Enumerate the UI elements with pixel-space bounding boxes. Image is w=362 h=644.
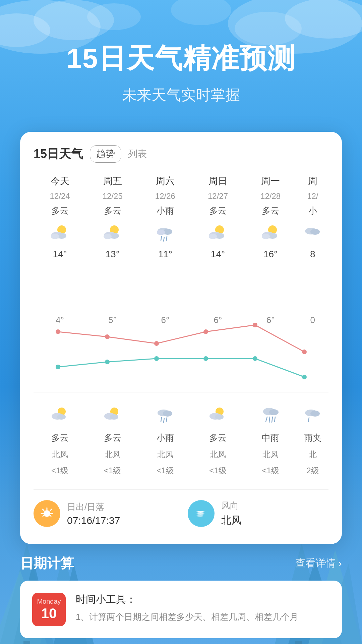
- tool-desc: 1、计算两个日期之间相差多少天、相差几周、相差几个月: [76, 610, 298, 624]
- hero-subtitle: 未来天气实时掌握: [66, 85, 295, 105]
- svg-point-43: [56, 329, 60, 334]
- hero-section: 15日天气精准预测 未来天气实时掌握: [46, 0, 315, 125]
- svg-point-70: [269, 409, 279, 415]
- date-calc-link[interactable]: 查看详情 ›: [295, 556, 342, 570]
- tab-list[interactable]: 列表: [128, 148, 147, 160]
- separator: [34, 392, 328, 392]
- svg-line-63: [161, 418, 162, 422]
- weather-icon-5: [301, 221, 325, 245]
- wind-value: 北风: [221, 514, 241, 527]
- svg-line-74: [275, 417, 275, 422]
- day-col-1: 周五 12/25 多云 13°: [86, 175, 139, 260]
- wind-info: 风向 北风: [188, 500, 328, 527]
- day-col-0: 今天 12/24 多云 14°: [34, 175, 86, 260]
- date-calc-card: Monday 10 时间小工具： 1、计算两个日期之间相差多少天、相差几周、相差…: [20, 581, 342, 638]
- card-title: 15日天气: [34, 146, 83, 162]
- weather-icon-1: [101, 221, 125, 245]
- sunrise-label: 日出/日落: [67, 501, 120, 513]
- svg-point-26: [104, 234, 112, 239]
- svg-point-54: [302, 375, 307, 379]
- svg-line-30: [161, 236, 162, 240]
- svg-point-50: [105, 360, 110, 364]
- svg-point-53: [253, 356, 257, 361]
- night-col-5: 雨夹 北 2级: [297, 402, 328, 476]
- night-col-2: 小雨 北风 <1级: [139, 402, 191, 476]
- night-icon-4: [258, 402, 283, 427]
- svg-point-29: [157, 230, 165, 235]
- tool-icon: Monday 10: [32, 593, 66, 626]
- info-section: 日出/日落 07:16/17:37 风向 北风: [34, 489, 328, 527]
- svg-point-47: [253, 323, 257, 327]
- svg-line-31: [164, 237, 164, 241]
- night-icon-5: [301, 402, 325, 427]
- svg-line-72: [269, 417, 270, 422]
- svg-point-62: [163, 411, 172, 417]
- date-calc-title: 日期计算: [20, 554, 74, 573]
- svg-point-57: [57, 414, 66, 420]
- svg-line-32: [166, 236, 167, 240]
- weather-icon-2: [153, 221, 177, 245]
- date-calc-section: 日期计算 查看详情 › Monday 10 时间小工具： 1、计算两个日期之间相…: [20, 554, 342, 638]
- night-icon-2: [153, 402, 177, 427]
- svg-line-65: [166, 418, 167, 422]
- svg-point-60: [110, 414, 118, 420]
- svg-point-52: [203, 356, 208, 361]
- wind-icon: [188, 500, 215, 527]
- svg-point-76: [310, 411, 320, 417]
- svg-line-80: [50, 509, 52, 511]
- temperature-chart: 4° 5° 6° 6° 6° 0: [34, 315, 328, 382]
- tab-trend[interactable]: 趋势: [90, 145, 121, 163]
- weather-icon-0: [48, 221, 72, 245]
- sunrise-info: 日出/日落 07:16/17:37: [34, 500, 174, 527]
- svg-line-71: [266, 417, 267, 422]
- night-icon-0: [48, 402, 72, 427]
- night-icon-3: [206, 402, 230, 427]
- wind-label: 风向: [221, 500, 241, 512]
- svg-point-68: [215, 414, 224, 420]
- night-weather-row: 多云 北风 <1级 多云 北风 <1级: [34, 402, 328, 476]
- sunrise-value: 07:16/17:37: [67, 515, 120, 526]
- night-col-3: 多云 北风 <1级: [191, 402, 244, 476]
- night-icon-1: [101, 402, 125, 427]
- svg-point-40: [262, 234, 270, 239]
- svg-point-42: [310, 229, 320, 235]
- weather-card: 15日天气 趋势 列表 今天 12/24 多云 14°: [20, 132, 342, 544]
- svg-point-48: [302, 350, 307, 354]
- svg-point-49: [56, 365, 60, 369]
- svg-point-44: [105, 334, 110, 339]
- weather-icon-3: [206, 221, 230, 245]
- svg-line-73: [272, 417, 273, 422]
- weather-icon-4: [258, 221, 283, 245]
- svg-line-64: [164, 418, 164, 422]
- night-col-4: 中雨 北风 <1级: [244, 402, 297, 476]
- svg-point-45: [154, 341, 159, 346]
- hero-title: 15日天气精准预测: [66, 40, 295, 77]
- svg-point-46: [203, 329, 208, 334]
- day-col-4: 周一 12/28 多云 16°: [244, 175, 297, 260]
- svg-point-22: [51, 234, 59, 239]
- date-calc-header: 日期计算 查看详情 ›: [20, 554, 342, 573]
- day-col-2: 周六 12/26 小雨 11°: [139, 175, 191, 260]
- card-header: 15日天气 趋势 列表: [34, 145, 328, 163]
- svg-line-82: [43, 509, 44, 511]
- night-col-0: 多云 北风 <1级: [34, 402, 86, 476]
- day-name-row: 今天 12/24 多云 14° 周五 12/25 多云: [34, 175, 328, 260]
- day-col-5: 周 12/ 小 8: [297, 175, 328, 260]
- sunrise-icon: [34, 500, 60, 527]
- night-col-1: 多云 北风 <1级: [86, 402, 139, 476]
- tool-num: 10: [41, 605, 57, 622]
- svg-point-51: [154, 356, 159, 361]
- tool-name: 时间小工具：: [76, 593, 298, 606]
- svg-point-36: [209, 234, 217, 239]
- day-col-3: 周日 12/27 多云 14°: [191, 175, 244, 260]
- svg-line-77: [308, 418, 309, 422]
